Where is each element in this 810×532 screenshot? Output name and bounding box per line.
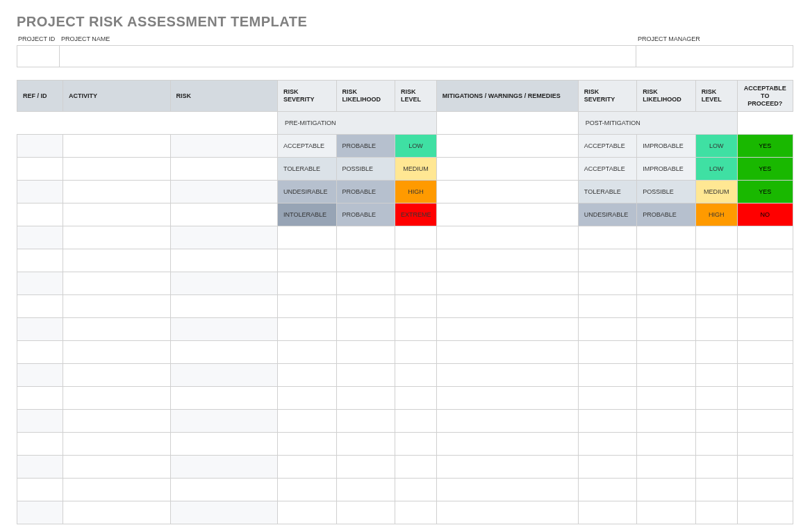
- cell-post-level[interactable]: MEDIUM: [695, 181, 737, 203]
- cell-post-severity[interactable]: [578, 318, 636, 341]
- cell-post-severity[interactable]: [578, 456, 636, 479]
- cell-pre-level[interactable]: HIGH: [395, 181, 437, 203]
- cell-mitigations[interactable]: [436, 433, 578, 456]
- cell-proceed[interactable]: YES: [737, 135, 793, 158]
- cell-post-level[interactable]: [695, 226, 737, 249]
- cell-pre-severity[interactable]: [278, 456, 336, 479]
- cell-pre-severity[interactable]: [278, 433, 336, 456]
- cell-pre-level[interactable]: [395, 249, 437, 272]
- cell-mitigations[interactable]: [436, 364, 578, 387]
- cell-pre-severity[interactable]: [278, 295, 336, 318]
- cell-post-severity[interactable]: [578, 501, 636, 524]
- cell-post-severity[interactable]: [578, 295, 636, 318]
- cell-pre-level[interactable]: EXTREME: [395, 203, 437, 226]
- cell-post-severity[interactable]: ACCEPTABLE: [578, 158, 636, 181]
- cell-pre-severity[interactable]: [278, 387, 336, 410]
- cell-post-level[interactable]: HIGH: [695, 203, 737, 226]
- cell-post-likelihood[interactable]: IMPROBABLE: [637, 158, 695, 181]
- cell-mitigations[interactable]: [436, 135, 578, 158]
- cell-pre-severity[interactable]: ACCEPTABLE: [278, 135, 336, 158]
- cell-post-severity[interactable]: [578, 387, 636, 410]
- cell-post-likelihood[interactable]: [637, 501, 695, 524]
- cell-pre-level[interactable]: LOW: [395, 135, 437, 158]
- cell-post-likelihood[interactable]: [637, 364, 695, 387]
- cell-pre-likelihood[interactable]: [336, 456, 395, 479]
- cell-mitigations[interactable]: [436, 226, 578, 249]
- cell-ref[interactable]: [17, 433, 63, 456]
- cell-post-severity[interactable]: ACCEPTABLE: [578, 135, 636, 158]
- cell-post-severity[interactable]: [578, 479, 636, 501]
- cell-mitigations[interactable]: [436, 272, 578, 295]
- cell-post-likelihood[interactable]: [637, 387, 695, 410]
- cell-post-likelihood[interactable]: [637, 272, 695, 295]
- cell-proceed[interactable]: [737, 272, 793, 295]
- cell-proceed[interactable]: [737, 249, 793, 272]
- cell-proceed[interactable]: [737, 501, 793, 524]
- cell-pre-likelihood[interactable]: PROBABLE: [336, 135, 395, 158]
- cell-mitigations[interactable]: [436, 158, 578, 181]
- cell-proceed[interactable]: [737, 341, 793, 364]
- cell-pre-level[interactable]: [395, 501, 437, 524]
- cell-post-level[interactable]: [695, 341, 737, 364]
- cell-pre-level[interactable]: [395, 341, 437, 364]
- cell-post-level[interactable]: [695, 501, 737, 524]
- cell-proceed[interactable]: [737, 226, 793, 249]
- cell-activity[interactable]: [63, 226, 170, 249]
- cell-risk[interactable]: [170, 501, 278, 524]
- cell-ref[interactable]: [17, 318, 63, 341]
- cell-risk[interactable]: [170, 456, 278, 479]
- cell-risk[interactable]: [170, 203, 278, 226]
- cell-pre-likelihood[interactable]: [336, 249, 395, 272]
- cell-pre-likelihood[interactable]: [336, 341, 395, 364]
- cell-ref[interactable]: [17, 272, 63, 295]
- cell-pre-likelihood[interactable]: [336, 226, 395, 249]
- cell-pre-severity[interactable]: [278, 479, 336, 501]
- cell-post-level[interactable]: [695, 410, 737, 433]
- cell-post-level[interactable]: [695, 295, 737, 318]
- cell-mitigations[interactable]: [436, 295, 578, 318]
- cell-proceed[interactable]: [737, 318, 793, 341]
- cell-mitigations[interactable]: [436, 456, 578, 479]
- cell-pre-severity[interactable]: [278, 410, 336, 433]
- cell-post-level[interactable]: [695, 249, 737, 272]
- cell-post-level[interactable]: [695, 456, 737, 479]
- cell-ref[interactable]: [17, 135, 63, 158]
- cell-ref[interactable]: [17, 341, 63, 364]
- cell-pre-severity[interactable]: [278, 364, 336, 387]
- cell-mitigations[interactable]: [436, 203, 578, 226]
- cell-risk[interactable]: [170, 272, 278, 295]
- cell-post-level[interactable]: [695, 433, 737, 456]
- cell-activity[interactable]: [63, 272, 170, 295]
- cell-activity[interactable]: [63, 456, 170, 479]
- cell-ref[interactable]: [17, 479, 63, 501]
- cell-post-level[interactable]: [695, 479, 737, 501]
- cell-ref[interactable]: [17, 295, 63, 318]
- cell-post-severity[interactable]: UNDESIRABLE: [578, 203, 636, 226]
- cell-post-severity[interactable]: [578, 226, 636, 249]
- cell-risk[interactable]: [170, 135, 278, 158]
- cell-activity[interactable]: [63, 501, 170, 524]
- cell-ref[interactable]: [17, 226, 63, 249]
- cell-pre-severity[interactable]: INTOLERABLE: [278, 203, 336, 226]
- cell-post-severity[interactable]: TOLERABLE: [578, 181, 636, 203]
- cell-pre-severity[interactable]: [278, 341, 336, 364]
- cell-pre-severity[interactable]: [278, 318, 336, 341]
- cell-risk[interactable]: [170, 249, 278, 272]
- cell-ref[interactable]: [17, 203, 63, 226]
- cell-mitigations[interactable]: [436, 341, 578, 364]
- cell-activity[interactable]: [63, 387, 170, 410]
- cell-mitigations[interactable]: [436, 318, 578, 341]
- cell-pre-level[interactable]: MEDIUM: [395, 158, 437, 181]
- cell-mitigations[interactable]: [436, 501, 578, 524]
- cell-pre-likelihood[interactable]: [336, 433, 395, 456]
- cell-pre-level[interactable]: [395, 387, 437, 410]
- cell-proceed[interactable]: YES: [737, 181, 793, 203]
- cell-pre-level[interactable]: [395, 272, 437, 295]
- cell-pre-likelihood[interactable]: PROBABLE: [336, 181, 395, 203]
- cell-activity[interactable]: [63, 341, 170, 364]
- cell-post-likelihood[interactable]: [637, 295, 695, 318]
- cell-ref[interactable]: [17, 364, 63, 387]
- cell-post-likelihood[interactable]: IMPROBABLE: [637, 135, 695, 158]
- cell-pre-severity[interactable]: UNDESIRABLE: [278, 181, 336, 203]
- cell-risk[interactable]: [170, 364, 278, 387]
